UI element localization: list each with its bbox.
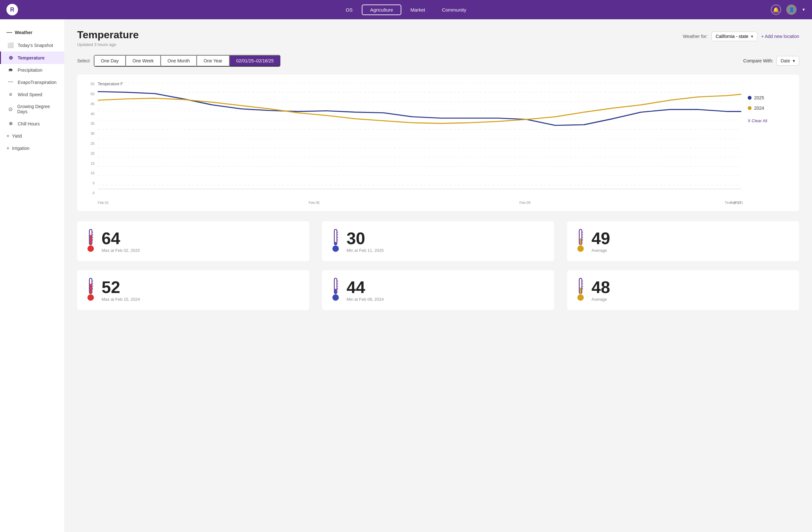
y-label-5: 5 [84,181,97,185]
stat-value-avg-2025: 49 [592,230,610,247]
sidebar-group-irrigation[interactable]: + Irrigation [0,142,64,154]
svg-point-47 [332,294,339,301]
stat-label-min-2024: Min at Feb 08, 2024 [347,297,384,302]
stat-max-2024: 52 Max at Feb 15, 2024 [77,270,309,310]
sidebar-weather-header: — Weather [0,26,64,39]
y-label-45: 45 [84,102,97,106]
y-label-10: 10 [84,171,97,175]
nav-tab-community[interactable]: Community [434,4,474,15]
nav-tab-agriculture[interactable]: Agriculture [362,4,402,15]
chart-wrapper: Temperature F 0 5 10 15 20 25 30 35 40 4… [84,82,793,205]
sidebar-item-temperature[interactable]: ⊕ Temperature [0,52,64,64]
select-bar: Select One Day One Week One Month One Ye… [77,55,799,67]
compare-with-label: Compare With: [743,58,773,64]
y-label-40: 40 [84,112,97,116]
svg-rect-32 [580,238,581,245]
notification-bell[interactable]: 🔔 [771,4,781,15]
chart-line-2025 [98,92,741,125]
sidebar-weather-label: Weather [15,30,32,35]
svg-point-26 [332,246,339,252]
chart-container: Temperature F 0 5 10 15 20 25 30 35 40 4… [77,75,799,211]
evapotranspiration-icon: 〰 [8,80,14,85]
sidebar-item-windspeed[interactable]: ≡ Wind Speed [0,88,64,101]
svg-point-33 [577,246,584,252]
chart-x-labels: Feb 01 Feb 05 Feb 09 Feb 13 [98,201,741,205]
svg-point-54 [577,294,584,301]
layout: — Weather ⬜ Today's Snapshot ⊕ Temperatu… [0,19,812,532]
time-tab-one-week[interactable]: One Week [125,55,160,67]
svg-point-40 [87,294,94,301]
stat-label-max-2024: Max at Feb 15, 2024 [102,297,140,302]
sidebar-item-growingdegree[interactable]: ⊙ Growing Degree Days [0,101,64,117]
add-location-link[interactable]: + Add new location [761,34,799,39]
stat-value-max-2025: 64 [102,230,140,247]
legend-item-2024: 2024 [748,106,793,111]
irrigation-plus-icon: + [6,145,9,151]
x-label-feb09: Feb 09 [520,201,531,205]
time-tab-one-day[interactable]: One Day [94,55,125,67]
y-label-35: 35 [84,122,97,125]
user-avatar[interactable]: 👤 [786,4,797,15]
x-label-feb01: Feb 01 [98,201,108,205]
user-menu-chevron[interactable]: ▼ [802,8,806,12]
compare-select[interactable]: Date ▾ [776,56,799,66]
nav-right: 🔔 👤 ▼ [771,4,806,15]
location-value: California - state [715,34,748,39]
time-tab-one-month[interactable]: One Month [160,55,197,67]
stat-label-avg-2025: Average [592,248,610,253]
stat-text-max-2025: 64 Max at Feb 02, 2025 [102,230,140,253]
weather-for-section: Weather for: California - state ▾ + Add … [683,31,799,41]
nav-tab-market[interactable]: Market [403,4,433,15]
y-label-55: 55 [84,82,97,86]
select-label: Select [77,58,90,64]
time-tabs: One Day One Week One Month One Year 02/0… [93,55,281,67]
y-label-20: 20 [84,152,97,155]
location-select[interactable]: California - state ▾ [711,31,757,41]
thermometer-min-2025 [330,228,342,255]
compare-with-section: Compare With: Date ▾ [743,56,799,66]
svg-rect-25 [335,242,336,245]
sidebar-group-yield[interactable]: + Yield [0,130,64,142]
y-label-50: 50 [84,92,97,96]
thermometer-max-2025 [85,228,97,255]
stat-text-min-2025: 30 Min at Feb 11, 2025 [347,230,384,253]
sidebar-item-chillhours-label: Chill Hours [18,121,40,126]
temperature-icon: ⊕ [8,55,14,61]
nav-tabs: OS Agriculture Market Community [338,4,474,15]
topnav: R OS Agriculture Market Community 🔔 👤 ▼ [0,0,812,19]
thermometer-max-2024 [85,277,97,304]
svg-rect-53 [580,288,581,294]
page-header: Temperature Updated 3 hours ago Weather … [77,29,799,47]
stat-text-min-2024: 44 Min at Feb 08, 2024 [347,279,384,302]
stats-grid: 64 Max at Feb 02, 2025 [77,221,799,310]
stat-min-2024: 44 Min at Feb 08, 2024 [322,270,554,310]
stat-value-avg-2024: 48 [592,279,610,296]
sidebar: — Weather ⬜ Today's Snapshot ⊕ Temperatu… [0,19,64,532]
sidebar-item-precipitation[interactable]: 🌧 Precipitation [0,64,64,76]
page-title-block: Temperature Updated 3 hours ago [77,29,139,47]
legend-label-2025: 2025 [754,95,764,100]
stat-label-min-2025: Min at Feb 11, 2025 [347,248,384,253]
thermometer-avg-2025 [575,228,586,255]
legend-dot-2024 [748,106,752,110]
yield-plus-icon: + [6,133,9,139]
stat-label-max-2025: Max at Feb 02, 2025 [102,248,140,253]
chillhours-icon: ❄ [8,121,14,127]
svg-point-19 [87,246,94,252]
sidebar-item-precipitation-label: Precipitation [18,68,42,73]
sidebar-item-evapotranspiration[interactable]: 〰 EvapoTranspiration [0,76,64,88]
compare-option: Date [781,58,790,64]
y-label-0: 0 [84,191,97,195]
stat-text-max-2024: 52 Max at Feb 15, 2024 [102,279,140,302]
time-tab-custom[interactable]: 02/01/25–02/16/25 [229,55,280,67]
clear-all-button[interactable]: X Clear All [748,118,793,123]
time-tab-one-year[interactable]: One Year [197,55,229,67]
nav-tab-os[interactable]: OS [338,4,360,15]
sidebar-item-snapshot[interactable]: ⬜ Today's Snapshot [0,39,64,52]
windspeed-icon: ≡ [8,92,14,97]
main-content: Temperature Updated 3 hours ago Weather … [64,19,812,532]
chart-line-2024 [98,94,741,124]
chart-area [98,82,741,195]
y-label-15: 15 [84,162,97,165]
sidebar-item-chillhours[interactable]: ❄ Chill Hours [0,117,64,130]
